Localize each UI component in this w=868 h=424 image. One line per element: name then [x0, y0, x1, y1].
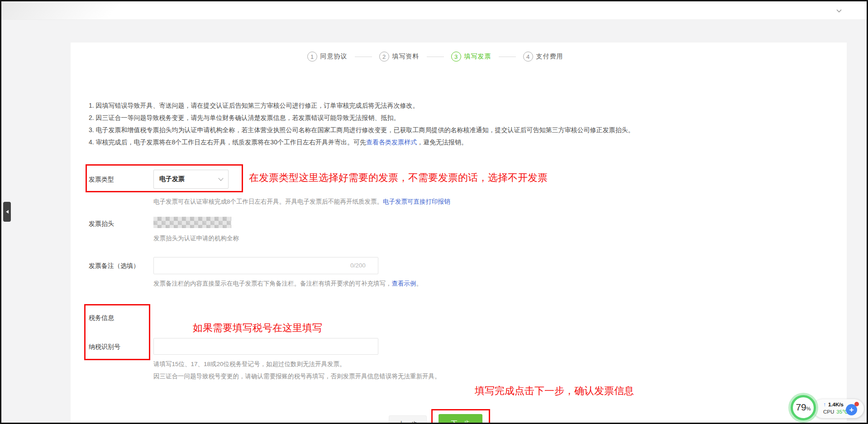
- remark-helper-text-end: 。: [416, 280, 423, 287]
- step-number: 1: [307, 52, 317, 62]
- chevron-left-icon: [4, 210, 9, 214]
- cpu-label: CPU: [823, 408, 834, 415]
- step-fill-info: 2 填写资料: [379, 52, 420, 62]
- note-line-4: 4. 审核完成后，电子发票将在8个工作日左右开具，纸质发票将在30个工作日左右开…: [89, 136, 634, 148]
- taxpayer-id-label: 纳税识别号: [89, 343, 120, 351]
- step-number: 4: [523, 52, 533, 62]
- invoice-form-card: 1 同意协议 2 填写资料 3 填写发票 4 支付费用 1. 因填写错误导致开具…: [71, 43, 847, 424]
- invoice-title-redacted-value: [153, 217, 231, 228]
- step-number: 3: [451, 52, 461, 62]
- remark-char-counter: 0/200: [350, 262, 366, 269]
- annotation-box-tax: [84, 304, 150, 360]
- stepper: 1 同意协议 2 填写资料 3 填写发票 4 支付费用: [47, 52, 823, 62]
- note-line-4-text-end: ，避免无法报销。: [417, 138, 467, 146]
- step-connector: [355, 57, 372, 57]
- step-pay: 4 支付费用: [523, 52, 563, 62]
- taxpayer-id-input[interactable]: [153, 338, 378, 355]
- invoice-type-helper: 电子发票可在认证审核完成8个工作日左右开具。开具电子发票后不能再开纸质发票。电子…: [153, 198, 450, 206]
- step-fill-invoice: 3 填写发票: [451, 52, 491, 62]
- invoice-type-helper-text: 电子发票可在认证审核完成8个工作日左右开具。开具电子发票后不能再开纸质发票。: [153, 198, 383, 205]
- step-agree: 1 同意协议: [307, 52, 348, 62]
- step-label: 同意协议: [320, 52, 348, 61]
- annotation-text-next-step: 填写完成点击下一步，确认发票信息: [475, 384, 634, 398]
- step-number: 2: [379, 52, 389, 62]
- annotation-box-next-button: [431, 409, 490, 424]
- step-label: 填写资料: [392, 52, 420, 61]
- prev-step-button[interactable]: 上一步: [389, 415, 427, 424]
- invoice-notes: 1. 因填写错误导致开具、寄送问题，请在提交认证后告知第三方审核公司进行修正，订…: [89, 100, 634, 148]
- top-bar: [1, 1, 867, 20]
- app-window: 1 同意协议 2 填写资料 3 填写发票 4 支付费用 1. 因填写错误导致开具…: [0, 0, 868, 424]
- note-line-2: 2. 因三证合一等问题导致税务变更，请先与单位财务确认清楚发票信息，若发票错误可…: [89, 112, 634, 124]
- chevron-down-icon[interactable]: [834, 6, 844, 15]
- note-line-4-text: 4. 审核完成后，电子发票将在8个工作日左右开具，纸质发票将在30个工作日左右开…: [89, 138, 366, 146]
- notification-dot: [854, 402, 859, 406]
- note-line-1: 1. 因填写错误导致开具、寄送问题，请在提交认证后告知第三方审核公司进行修正，订…: [89, 100, 634, 112]
- usage-percent: 79: [796, 397, 806, 417]
- invoice-remark-helper: 发票备注栏的内容直接显示在电子发票右下角备注栏。备注栏有填开要求的可补充填写，查…: [153, 280, 422, 288]
- print-reimburse-link[interactable]: 电子发票可直接打印报销: [383, 198, 450, 205]
- invoice-remark-input[interactable]: [153, 257, 378, 274]
- tax-helper-line-2: 因三证合一问题导致税号变更的，请确认需要报账的税号再填写，否则发票开具信息错误将…: [153, 372, 441, 381]
- network-speed: 1.4K/s: [828, 401, 844, 408]
- usage-percent-unit: %: [806, 406, 811, 411]
- remark-helper-text: 发票备注栏的内容直接显示在电子发票右下角备注栏。备注栏有填开要求的可补充填写，: [153, 280, 392, 287]
- upload-arrow-icon: ↑: [823, 401, 826, 408]
- view-example-link[interactable]: 查看示例: [392, 280, 416, 287]
- sidebar-collapse-handle[interactable]: [3, 202, 11, 222]
- step-connector: [427, 57, 444, 57]
- invoice-samples-link[interactable]: 查看各类发票样式: [366, 138, 417, 146]
- invoice-remark-label: 发票备注（选填）: [89, 262, 139, 270]
- step-label: 填写发票: [464, 52, 491, 61]
- step-connector: [499, 57, 516, 57]
- annotation-text-tax: 如果需要填写税号在这里填写: [193, 321, 322, 335]
- note-line-3: 3. 电子发票和增值税专票抬头均为认证申请机构全称，若主体营业执照公司名称在国家…: [89, 124, 634, 136]
- step-label: 支付费用: [536, 52, 563, 61]
- memory-usage-gauge[interactable]: 79%: [791, 395, 816, 420]
- invoice-title-label: 发票抬头: [89, 220, 114, 228]
- annotation-box-invoice-type: [86, 164, 243, 192]
- invoice-title-helper: 发票抬头为认证申请的机构全称: [153, 234, 239, 243]
- tax-helper-line-1: 请填写15位、17、18或20位税务登记号，如超过位数则无法开具发票。: [153, 360, 346, 368]
- annotation-text-invoice-type: 在发票类型这里选择好需要的发票，不需要发票的话，选择不开发票: [249, 171, 548, 185]
